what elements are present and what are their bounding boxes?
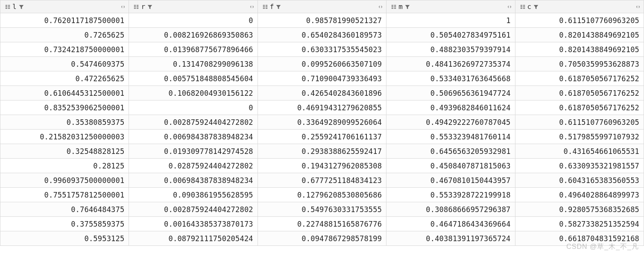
cell[interactable]: 0.5827338251352594 xyxy=(515,217,644,231)
cell[interactable]: 0.2559241706161137 xyxy=(258,130,386,144)
column-header-r[interactable]: r xyxy=(129,0,258,13)
table-row[interactable]: 0.281250.028759244042728020.194312796208… xyxy=(0,159,644,173)
cell[interactable]: 0.6540284360189573 xyxy=(258,28,386,42)
cell[interactable]: 0.6115107760963205 xyxy=(515,13,644,28)
cell[interactable]: 0.08792111750205424 xyxy=(129,231,258,246)
cell[interactable]: 0.1314708299096138 xyxy=(129,57,258,71)
cell[interactable]: 0.8201438849692105 xyxy=(515,28,644,42)
column-resize-icon[interactable] xyxy=(635,4,641,10)
cell[interactable]: 0 xyxy=(129,13,258,28)
table-row[interactable]: 0.215820312500000030.0069843878389482340… xyxy=(0,130,644,144)
table-row[interactable]: 0.76464843750.0028759244042728020.549763… xyxy=(0,202,644,217)
column-resize-icon[interactable] xyxy=(378,4,383,10)
cell[interactable]: 0.9280575368352685 xyxy=(515,202,644,217)
cell[interactable]: 0.32548828125 xyxy=(0,144,129,159)
cell[interactable]: 0.6618704831592168 xyxy=(515,231,644,246)
table-row[interactable]: 0.353808593750.0028759244042728020.33649… xyxy=(0,115,644,130)
cell[interactable]: 0.48413626972735374 xyxy=(386,57,515,71)
cell[interactable]: 0.49429222760787045 xyxy=(386,115,515,130)
cell[interactable]: 0.5533239481760114 xyxy=(386,130,515,144)
filter-icon[interactable] xyxy=(147,4,153,10)
cell[interactable]: 0.7265625 xyxy=(0,28,129,42)
table-row[interactable]: 0.37558593750.0016433853738701730.227488… xyxy=(0,217,644,231)
cell[interactable]: 0.002875924404272802 xyxy=(129,202,258,217)
table-row[interactable]: 0.73242187500000010.0139687756778964660.… xyxy=(0,42,644,57)
column-header-l[interactable]: l xyxy=(0,0,129,13)
cell[interactable]: 0.30868666957296387 xyxy=(386,202,515,217)
cell[interactable]: 0.4882303579397914 xyxy=(386,42,515,57)
cell[interactable]: 0.8201438849692105 xyxy=(515,42,644,57)
cell[interactable]: 0.6777251184834123 xyxy=(258,173,386,188)
cell[interactable]: 0.4964028864899973 xyxy=(515,188,644,202)
cell[interactable]: 0.7050359953628873 xyxy=(515,57,644,71)
cell[interactable]: 0.4939682846011624 xyxy=(386,100,515,115)
cell[interactable]: 0.28125 xyxy=(0,159,129,173)
cell[interactable]: 0.4647186434369664 xyxy=(386,217,515,231)
table-row[interactable]: 0.762011718750000100.98578199052132710.6… xyxy=(0,13,644,28)
cell[interactable]: 0.4670810150443957 xyxy=(386,173,515,188)
column-header-c[interactable]: c xyxy=(515,0,644,13)
cell[interactable]: 0.10682004930156122 xyxy=(129,86,258,100)
cell[interactable]: 0.431654661065531 xyxy=(515,144,644,159)
column-resize-icon[interactable] xyxy=(120,4,126,10)
cell[interactable]: 0.3755859375 xyxy=(0,217,129,231)
cell[interactable]: 0.6456563205932981 xyxy=(386,144,515,159)
cell[interactable]: 0.6043165383560553 xyxy=(515,173,644,188)
cell[interactable]: 0.006984387838948234 xyxy=(129,130,258,144)
cell[interactable]: 0.985781990521327 xyxy=(258,13,386,28)
cell[interactable]: 0.013968775677896466 xyxy=(129,42,258,57)
cell[interactable]: 0.7646484375 xyxy=(0,202,129,217)
cell[interactable]: 0.006984387838948234 xyxy=(129,173,258,188)
cell[interactable]: 0.6115107760963205 xyxy=(515,115,644,130)
cell[interactable]: 0.5334031763645668 xyxy=(386,71,515,86)
cell[interactable]: 0.6187050567176252 xyxy=(515,71,644,86)
column-header-f[interactable]: f xyxy=(258,0,386,13)
cell[interactable]: 0.6106445312500001 xyxy=(0,86,129,100)
column-resize-icon[interactable] xyxy=(506,4,512,10)
cell[interactable]: 0 xyxy=(129,100,258,115)
column-header-m[interactable]: m xyxy=(386,0,515,13)
cell[interactable]: 0.6187050567176252 xyxy=(515,86,644,100)
filter-icon[interactable] xyxy=(533,4,539,10)
cell[interactable]: 0.5497630331753555 xyxy=(258,202,386,217)
cell[interactable]: 0.019309778142974528 xyxy=(129,144,258,159)
cell[interactable]: 0.4508407871815063 xyxy=(386,159,515,173)
table-row[interactable]: 0.325488281250.0193097781429745280.29383… xyxy=(0,144,644,159)
cell[interactable]: 0.12796208530805686 xyxy=(258,188,386,202)
cell[interactable]: 0.5069656361947724 xyxy=(386,86,515,100)
cell[interactable]: 0.33649289099526064 xyxy=(258,115,386,130)
cell[interactable]: 0.21582031250000003 xyxy=(0,130,129,144)
cell[interactable]: 0.5054027834975161 xyxy=(386,28,515,42)
cell[interactable]: 0.5474609375 xyxy=(0,57,129,71)
cell[interactable]: 0.9960937500000001 xyxy=(0,173,129,188)
cell[interactable]: 0.008216926869350863 xyxy=(129,28,258,42)
cell[interactable]: 0.46919431279620855 xyxy=(258,100,386,115)
cell[interactable]: 0.002875924404272802 xyxy=(129,115,258,130)
cell[interactable]: 0.2938388625592417 xyxy=(258,144,386,159)
column-resize-icon[interactable] xyxy=(249,4,255,10)
cell[interactable]: 0.7620117187500001 xyxy=(0,13,129,28)
table-row[interactable]: 0.99609375000000010.0069843878389482340.… xyxy=(0,173,644,188)
cell[interactable]: 0.472265625 xyxy=(0,71,129,86)
cell[interactable]: 0.40381391197365724 xyxy=(386,231,515,246)
table-row[interactable]: 0.61064453125000010.106820049301561220.4… xyxy=(0,86,644,100)
cell[interactable]: 0.5179855997107932 xyxy=(515,130,644,144)
table-row[interactable]: 0.75517578125000010.09038619556285950.12… xyxy=(0,188,644,202)
cell[interactable]: 0.0995260663507109 xyxy=(258,57,386,71)
table-row[interactable]: 0.835253906250000100.469194312796208550.… xyxy=(0,100,644,115)
cell[interactable]: 0.22748815165876776 xyxy=(258,217,386,231)
cell[interactable]: 0.7109004739336493 xyxy=(258,71,386,86)
cell[interactable]: 0.0947867298578199 xyxy=(258,231,386,246)
cell[interactable]: 0.1943127962085308 xyxy=(258,159,386,173)
cell[interactable]: 0.005751848808545604 xyxy=(129,71,258,86)
cell[interactable]: 0.6303317535545023 xyxy=(258,42,386,57)
cell[interactable]: 0.7324218750000001 xyxy=(0,42,129,57)
cell[interactable]: 0.6330935321981557 xyxy=(515,159,644,173)
cell[interactable]: 0.5953125 xyxy=(0,231,129,246)
filter-icon[interactable] xyxy=(275,4,281,10)
cell[interactable]: 1 xyxy=(386,13,515,28)
cell[interactable]: 0.35380859375 xyxy=(0,115,129,130)
cell[interactable]: 0.4265402843601896 xyxy=(258,86,386,100)
cell[interactable]: 0.5533928722199918 xyxy=(386,188,515,202)
cell[interactable]: 0.8352539062500001 xyxy=(0,100,129,115)
